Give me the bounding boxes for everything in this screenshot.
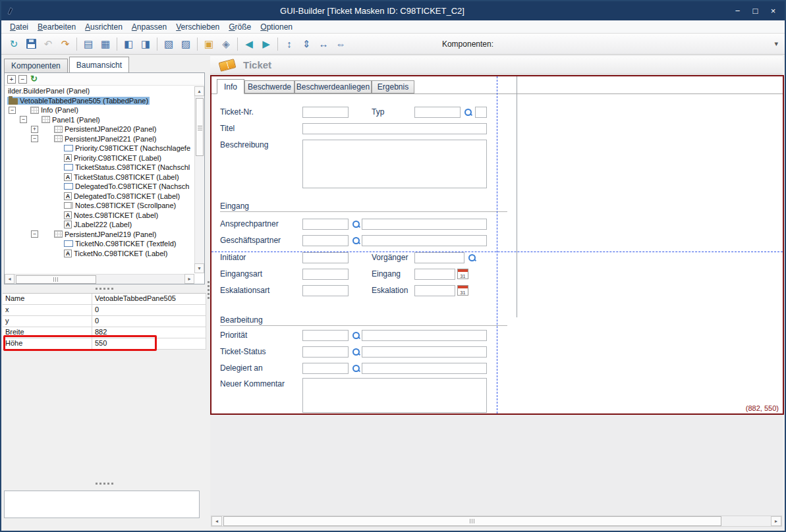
tree-item[interactable]: APriority.C98TICKET (Label)	[5, 153, 194, 163]
horizontal-splitter[interactable]	[3, 483, 206, 485]
design-canvas[interactable]: Info Beschwerde Beschwerdeanliegen Ergeb…	[210, 75, 784, 415]
tree-item[interactable]: ANotes.C98TICKET (Label)	[5, 211, 194, 221]
neuer-kommentar-textarea[interactable]	[302, 378, 487, 413]
move-right-icon[interactable]: ▶	[258, 36, 275, 52]
prioritaet-lookup-icon[interactable]	[352, 331, 360, 340]
tree-item[interactable]: ADelegatedTo.C98TICKET (Label)	[5, 192, 194, 201]
typ-input[interactable]	[414, 107, 461, 118]
collapse-all-button[interactable]: −	[18, 75, 27, 84]
undo-icon[interactable]: ↶	[40, 36, 57, 52]
menu-ausrichten[interactable]: Ausrichten	[80, 21, 127, 33]
scrollbar-thumb[interactable]	[196, 98, 204, 156]
align-bottom-icon[interactable]: ▨	[177, 36, 194, 52]
tree-item[interactable]: Notes.C98TICKET (Scrollpane)	[5, 201, 194, 211]
tab-ergebnis[interactable]: Ergebnis	[372, 80, 414, 93]
ticket-status-input[interactable]	[302, 346, 349, 358]
titel-label[interactable]: Titel	[220, 123, 235, 134]
move-left-icon[interactable]: ◀	[240, 36, 258, 52]
neuer-kommentar-label[interactable]: Neuer Kommentar	[220, 379, 285, 389]
minimize-button[interactable]: −	[729, 4, 746, 18]
eskalation-date-input[interactable]	[414, 285, 455, 296]
geschaeftspartner-label[interactable]: Geschäftspartner	[220, 235, 281, 246]
ansprechpartner-label[interactable]: Ansprechpartner	[220, 219, 279, 229]
tree-item[interactable]: DelegatedTo.C98TICKET (Nachsch	[5, 182, 194, 192]
property-value[interactable]: 550	[92, 338, 206, 350]
eingang-date-input[interactable]	[414, 269, 455, 280]
tree-item[interactable]: − Panel1 (Panel)	[5, 115, 194, 125]
tree-item[interactable]: − PersistentJPanel219 (Panel)	[5, 230, 194, 240]
eskalation-calendar-icon[interactable]: 31	[457, 285, 468, 296]
eingangsart-input[interactable]	[302, 269, 349, 280]
close-button[interactable]: ×	[764, 4, 782, 18]
tree-vertical-scrollbar[interactable]: ▴ ▾	[194, 86, 204, 273]
tree-item[interactable]: TicketStatus.C98TICKET (Nachschl	[5, 163, 194, 173]
tab-komponenten[interactable]: Komponenten	[4, 59, 68, 72]
geschaeftspartner-name-input[interactable]	[362, 235, 487, 246]
tab-order-icon[interactable]: ▤	[80, 36, 97, 52]
refresh-icon[interactable]: ↻	[5, 36, 22, 52]
ticket-nr-input[interactable]	[302, 107, 349, 118]
tab-beschwerde[interactable]: Beschwerde	[244, 80, 295, 93]
ticket-status-lookup-icon[interactable]	[352, 348, 360, 356]
size-width-icon[interactable]: ↔	[315, 36, 332, 52]
delegiert-an-lookup-icon[interactable]	[352, 364, 360, 373]
horizontal-splitter[interactable]	[3, 288, 206, 290]
scroll-right-button[interactable]: ▸	[184, 274, 194, 284]
grid-view-icon[interactable]: ▦	[97, 36, 114, 52]
align-left-icon[interactable]: ◧	[120, 36, 137, 52]
section-eingang-label[interactable]: Eingang	[220, 201, 249, 211]
tab-beschwerdeanliegen[interactable]: Beschwerdeanliegen	[295, 80, 372, 93]
redo-icon[interactable]: ↷	[57, 36, 74, 52]
section-bearbeitung-label[interactable]: Bearbeitung	[220, 315, 263, 325]
ansprechpartner-lookup-icon[interactable]	[352, 220, 360, 228]
menu-bearbeiten[interactable]: Bearbeiten	[33, 21, 80, 33]
eskalationsart-label[interactable]: Eskalationsart	[220, 285, 269, 296]
shield-icon[interactable]: ◈	[217, 36, 235, 52]
typ-lookup-icon[interactable]	[464, 108, 472, 117]
menu-optionen[interactable]: Optionen	[256, 21, 297, 33]
initiator-label[interactable]: Initiator	[220, 252, 246, 263]
tree-toggle[interactable]: −	[9, 107, 16, 114]
scroll-up-button[interactable]: ▴	[194, 86, 204, 96]
beschreibung-label[interactable]: Beschreibung	[220, 140, 268, 150]
match-height-icon[interactable]: ⇕	[298, 36, 315, 52]
scrollbar-thumb[interactable]	[16, 275, 96, 284]
eingang-label[interactable]: Eingang	[372, 269, 401, 279]
tree-toggle[interactable]: +	[31, 126, 38, 133]
tree-toggle[interactable]: −	[20, 116, 27, 123]
eskalationsart-input[interactable]	[302, 285, 349, 296]
scroll-right-button[interactable]: ▸	[771, 516, 781, 526]
match-width-icon[interactable]: ⇔	[332, 36, 349, 52]
tab-info[interactable]: Info	[217, 79, 244, 94]
typ-label[interactable]: Typ	[372, 107, 384, 117]
scrollbar-thumb[interactable]	[223, 516, 721, 526]
scroll-down-button[interactable]: ▾	[194, 263, 204, 273]
menu-anpassen[interactable]: Anpassen	[127, 21, 171, 33]
main-h-scrollbar[interactable]: ◂ ▸	[211, 516, 782, 527]
ansprechpartner-name-input[interactable]	[362, 219, 487, 230]
ticket-nr-label[interactable]: Ticket-Nr.	[220, 107, 254, 117]
geschaeftspartner-input[interactable]	[302, 235, 349, 246]
eingangsart-label[interactable]: Eingangsart	[220, 269, 262, 279]
tree-refresh-icon[interactable]: ↻	[30, 75, 38, 84]
align-top-icon[interactable]: ▧	[160, 36, 177, 52]
tree-toggle[interactable]: −	[31, 230, 38, 238]
menu-groesse[interactable]: Größe	[224, 21, 256, 33]
scroll-left-button[interactable]: ◂	[211, 516, 222, 526]
align-right-icon[interactable]: ◨	[137, 36, 154, 52]
property-value[interactable]: VetoableTabbedPane505	[92, 294, 206, 305]
tree-item[interactable]: ATicketNo.C98TICKET (Label)	[5, 249, 194, 259]
tree-item[interactable]: ilder.BuilderPanel (Panel)	[5, 86, 194, 96]
property-value[interactable]: 0	[92, 305, 206, 316]
prioritaet-input[interactable]	[302, 330, 349, 341]
typ-extra-input[interactable]	[475, 107, 487, 118]
komponenten-dropdown[interactable]: ▾	[493, 37, 781, 51]
app-icon[interactable]	[4, 5, 16, 17]
beschreibung-textarea[interactable]	[302, 140, 487, 188]
size-height-icon[interactable]: ↕	[281, 36, 298, 52]
ticket-status-text-input[interactable]	[362, 346, 487, 358]
titel-input[interactable]	[302, 123, 487, 134]
vorgaenger-lookup-icon[interactable]	[468, 253, 476, 262]
prioritaet-label[interactable]: Priorität	[220, 330, 247, 340]
tree-item[interactable]: + PersistentJPanel220 (Panel)	[5, 124, 194, 134]
